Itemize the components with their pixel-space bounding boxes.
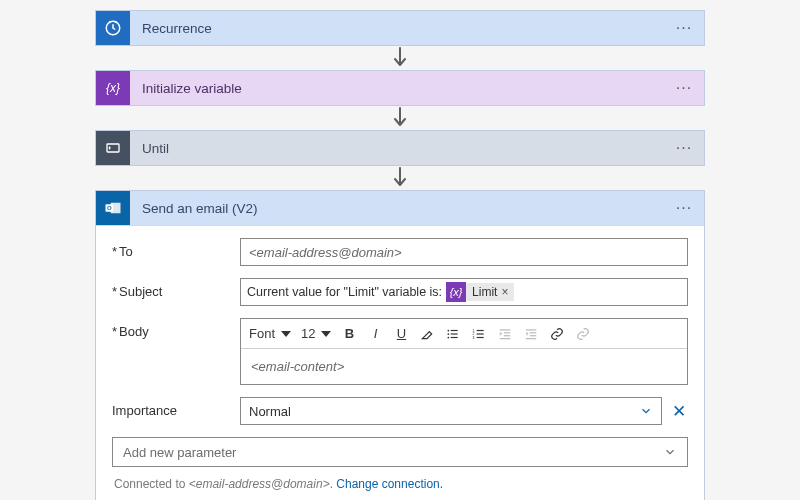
italic-button[interactable]: I: [363, 322, 387, 346]
svg-rect-21: [504, 335, 510, 336]
number-list-button[interactable]: 123: [467, 322, 491, 346]
rich-text-editor: Font 12 B I U: [240, 318, 688, 385]
subject-text: Current value for "Limit" variable is:: [247, 285, 442, 299]
ellipsis-icon[interactable]: ···: [664, 19, 704, 37]
step-title: Until: [130, 141, 664, 156]
variable-icon: {x}: [96, 71, 130, 105]
label-subject: Subject: [112, 278, 240, 299]
step-title: Send an email (V2): [130, 201, 664, 216]
ellipsis-icon[interactable]: ···: [664, 79, 704, 97]
outdent-button[interactable]: [493, 322, 517, 346]
ellipsis-icon[interactable]: ···: [664, 139, 704, 157]
connected-to-label: Connected to: [114, 477, 189, 491]
variable-token-icon: {x}: [446, 282, 466, 302]
select-importance[interactable]: Normal: [240, 397, 662, 425]
loop-icon: [96, 131, 130, 165]
rte-toolbar: Font 12 B I U: [241, 319, 687, 349]
input-body[interactable]: <email-content>: [241, 349, 687, 384]
svg-text:3: 3: [473, 335, 475, 339]
svg-rect-20: [504, 332, 510, 333]
row-subject: Subject Current value for "Limit" variab…: [112, 278, 688, 306]
font-label: Font: [249, 326, 275, 341]
row-importance: Importance Normal ✕: [112, 397, 688, 425]
font-size-select[interactable]: 12: [297, 322, 335, 346]
svg-rect-24: [530, 332, 536, 333]
step-send-email: O Send an email (V2) ··· To <email-addre…: [95, 190, 705, 500]
ellipsis-icon[interactable]: ···: [664, 199, 704, 217]
unlink-button[interactable]: [571, 322, 595, 346]
svg-rect-16: [477, 333, 484, 334]
chevron-down-icon: [281, 331, 291, 337]
chevron-down-icon: [321, 331, 331, 337]
bullet-list-button[interactable]: [441, 322, 465, 346]
step-until[interactable]: Until ···: [95, 130, 705, 166]
remove-parameter-button[interactable]: ✕: [670, 402, 688, 420]
label-body: Body: [112, 318, 240, 339]
svg-point-2: [116, 22, 117, 23]
importance-value: Normal: [249, 404, 291, 419]
svg-rect-14: [477, 329, 484, 330]
connection-email: <email-address@domain>: [189, 477, 330, 491]
svg-point-9: [448, 333, 450, 335]
highlight-button[interactable]: [415, 322, 439, 346]
token-limit[interactable]: {x} Limit ×: [446, 282, 514, 302]
step-title: Recurrence: [130, 21, 664, 36]
bold-button[interactable]: B: [337, 322, 361, 346]
svg-rect-12: [451, 336, 458, 337]
step-header-recurrence[interactable]: Recurrence ···: [96, 11, 704, 45]
underline-button[interactable]: U: [389, 322, 413, 346]
svg-rect-19: [500, 329, 511, 330]
input-subject[interactable]: Current value for "Limit" variable is: {…: [240, 278, 688, 306]
input-to[interactable]: <email-address@domain>: [240, 238, 688, 266]
svg-rect-25: [530, 335, 536, 336]
chevron-down-icon: [639, 404, 653, 418]
token-remove-icon[interactable]: ×: [501, 285, 508, 299]
chevron-down-icon: [663, 445, 677, 459]
connection-footer: Connected to <email-address@domain>. Cha…: [112, 467, 688, 493]
link-button[interactable]: [545, 322, 569, 346]
svg-rect-8: [451, 329, 458, 330]
row-to: To <email-address@domain>: [112, 238, 688, 266]
step-recurrence[interactable]: Recurrence ···: [95, 10, 705, 46]
row-body: Body Font 12 B: [112, 318, 688, 385]
svg-text:O: O: [107, 205, 112, 211]
flow-arrow: [393, 46, 407, 70]
svg-rect-22: [500, 338, 511, 339]
svg-point-11: [448, 336, 450, 338]
font-select[interactable]: Font: [245, 322, 295, 346]
step-title: Initialize variable: [130, 81, 664, 96]
add-param-label: Add new parameter: [123, 445, 236, 460]
step-header-until[interactable]: Until ···: [96, 131, 704, 165]
indent-button[interactable]: [519, 322, 543, 346]
svg-rect-26: [526, 338, 537, 339]
email-card-body: To <email-address@domain> Subject Curren…: [96, 225, 704, 500]
flow-arrow: [393, 106, 407, 130]
svg-point-7: [448, 329, 450, 331]
step-header-initvar[interactable]: {x} Initialize variable ···: [96, 71, 704, 105]
font-size-value: 12: [301, 326, 315, 341]
token-label-text: Limit: [472, 285, 497, 299]
svg-point-1: [110, 22, 111, 23]
clock-icon: [96, 11, 130, 45]
step-initialize-variable[interactable]: {x} Initialize variable ···: [95, 70, 705, 106]
flow-arrow: [393, 166, 407, 190]
change-connection-link[interactable]: Change connection.: [336, 477, 443, 491]
svg-rect-3: [107, 144, 119, 152]
step-header-email[interactable]: O Send an email (V2) ···: [96, 191, 704, 225]
svg-rect-18: [477, 336, 484, 337]
add-new-parameter[interactable]: Add new parameter: [112, 437, 688, 467]
svg-rect-23: [526, 329, 537, 330]
svg-rect-10: [451, 333, 458, 334]
label-importance: Importance: [112, 397, 240, 418]
label-to: To: [112, 238, 240, 259]
outlook-icon: O: [96, 191, 130, 225]
